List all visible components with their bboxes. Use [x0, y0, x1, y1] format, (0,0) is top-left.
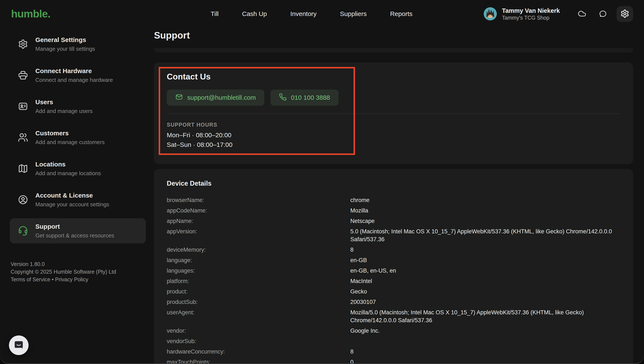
device-detail-value: 8 — [350, 348, 620, 356]
support-hours-label: SUPPORT HOURS — [167, 122, 218, 128]
settings-button[interactable] — [616, 6, 633, 22]
device-detail-label: product: — [167, 288, 350, 296]
device-detail-label: platform: — [167, 277, 350, 285]
device-detail-value: 5.0 (Macintosh; Intel Mac OS X 10_15_7) … — [350, 228, 620, 243]
support-hours-line: Sat–Sun · 08:00–17:00 — [167, 140, 232, 149]
sidebar-item-connect-hardware[interactable]: Connect Hardware Connect and manage hard… — [10, 63, 146, 88]
map-icon — [18, 163, 28, 174]
sidebar-item-account-license[interactable]: Account & License Manage your account se… — [10, 187, 146, 212]
contact-buttons: support@humbletill.com 010 100 3888 — [167, 90, 338, 106]
version-block: Version 1.80.0 Copyright © 2025 Humble S… — [11, 260, 116, 283]
sidebar-item-general-settings[interactable]: General Settings Manage your till settin… — [10, 32, 146, 57]
device-detail-label: browserName: — [167, 196, 350, 204]
app-window: humble. Till Cash Up Inventory Suppliers… — [0, 0, 644, 364]
device-detail-label: languages: — [167, 267, 350, 275]
device-detail-row: appCodeName: Mozilla — [167, 205, 620, 216]
sidebar-item-customers[interactable]: Customers Add and manage customers — [10, 125, 146, 150]
email-support-button[interactable]: support@humbletill.com — [167, 90, 264, 106]
sidebar-item-subtitle: Add and manage users — [35, 108, 93, 114]
nav-item-label: Cash Up — [242, 10, 267, 17]
chat-icon — [599, 9, 607, 19]
device-detail-label: productSub: — [167, 298, 350, 306]
device-details-heading: Device Details — [167, 179, 620, 188]
device-detail-value: Netscape — [350, 217, 620, 225]
user-name: Tammy Van Niekerk — [502, 7, 560, 15]
device-detail-label: language: — [167, 256, 350, 264]
device-detail-label: appVersion: — [167, 228, 350, 243]
contact-divider — [167, 113, 620, 114]
settings-sidebar: General Settings Manage your till settin… — [0, 28, 149, 364]
scrolled-card-edge — [154, 48, 633, 53]
nav-item-label: Inventory — [290, 10, 316, 17]
avatar[interactable] — [484, 7, 497, 21]
cloud-sync-button[interactable] — [578, 9, 586, 19]
device-detail-value: chrome — [350, 196, 620, 204]
device-detail-value: Google Inc. — [350, 327, 620, 335]
sidebar-item-title: Locations — [35, 160, 101, 168]
app-version: Version 1.80.0 — [11, 260, 116, 268]
sidebar-item-subtitle: Add and manage customers — [35, 139, 104, 146]
device-detail-row: appVersion: 5.0 (Macintosh; Intel Mac OS… — [167, 226, 620, 245]
device-details-rows: browserName: chrome appCodeName: Mozilla… — [167, 195, 620, 364]
device-detail-row: platform: MacIntel — [167, 276, 620, 286]
device-detail-row: appName: Netscape — [167, 216, 620, 226]
sidebar-item-title: Connect Hardware — [35, 67, 113, 75]
legal-links[interactable]: Terms of Service • Privacy Policy — [11, 275, 116, 283]
device-detail-row: language: en-GB — [167, 255, 620, 265]
sidebar-item-title: General Settings — [35, 36, 95, 44]
device-detail-row: userAgent: Mozilla/5.0 (Macintosh; Intel… — [167, 307, 620, 326]
device-detail-row: product: Gecko — [167, 286, 620, 297]
nav-item-till[interactable]: Till — [210, 10, 218, 18]
sidebar-item-subtitle: Manage your account settings — [35, 201, 109, 208]
contact-us-heading: Contact Us — [167, 72, 210, 82]
contact-us-card: Contact Us support@humbletill.com 010 10… — [154, 63, 633, 164]
device-detail-row: browserName: chrome — [167, 195, 620, 205]
device-detail-label: vendorSub: — [167, 337, 350, 345]
nav-item-suppliers[interactable]: Suppliers — [340, 10, 367, 18]
device-detail-value: Gecko — [350, 288, 620, 296]
sidebar-item-users[interactable]: Users Add and manage users — [10, 94, 146, 119]
phone-support-button[interactable]: 010 100 3888 — [270, 90, 338, 106]
support-hours-line: Mon–Fri · 08:00–20:00 — [167, 130, 232, 140]
device-detail-label: hardwareConcurrency: — [167, 348, 350, 356]
top-nav: Till Cash Up Inventory Suppliers Reports — [210, 0, 412, 28]
device-detail-label: maxTouchPoints: — [167, 358, 350, 364]
sidebar-item-subtitle: Add and manage locations — [35, 170, 101, 177]
device-details-card: Device Details browserName: chrome appCo… — [154, 169, 633, 364]
support-hours-list: Mon–Fri · 08:00–20:00 Sat–Sun · 08:00–17… — [167, 130, 232, 149]
email-support-label: support@humbletill.com — [187, 94, 256, 101]
user-circle-icon — [18, 195, 28, 205]
nav-item-label: Reports — [390, 10, 412, 17]
device-detail-label: appName: — [167, 217, 350, 225]
phone-support-label: 010 100 3888 — [291, 94, 330, 101]
nav-item-cash-up[interactable]: Cash Up — [242, 10, 267, 18]
device-detail-value: en-GB, en-US, en — [350, 267, 620, 275]
user-cluster: Tammy Van Niekerk Tammy's TCG Shop — [484, 6, 633, 22]
device-detail-value: 0 — [350, 358, 620, 364]
user-org: Tammy's TCG Shop — [502, 15, 560, 21]
copyright: Copyright © 2025 Humble Software (Pty) L… — [11, 268, 116, 275]
sidebar-item-support[interactable]: Support Get support & access resources — [10, 218, 146, 243]
device-detail-value — [350, 337, 620, 345]
device-detail-value: MacIntel — [350, 277, 620, 285]
device-detail-label: userAgent: — [167, 309, 350, 324]
nav-item-label: Suppliers — [340, 10, 367, 17]
people-icon — [18, 132, 28, 143]
nav-item-reports[interactable]: Reports — [390, 10, 412, 18]
sidebar-item-title: Users — [35, 98, 93, 106]
device-detail-label: deviceMemory: — [167, 246, 350, 254]
sidebar-item-title: Support — [35, 223, 114, 230]
chat-widget-button[interactable] — [9, 335, 28, 355]
user-meta: Tammy Van Niekerk Tammy's TCG Shop — [502, 7, 560, 21]
gear-icon — [620, 9, 629, 19]
device-detail-value: Mozilla/5.0 (Macintosh; Intel Mac OS X 1… — [350, 309, 620, 324]
device-detail-label: vendor: — [167, 327, 350, 335]
id-card-icon — [18, 101, 28, 112]
messages-button[interactable] — [599, 9, 607, 19]
nav-item-inventory[interactable]: Inventory — [290, 10, 316, 18]
chat-smile-icon — [14, 340, 24, 351]
sidebar-item-locations[interactable]: Locations Add and manage locations — [10, 156, 146, 181]
device-detail-value: en-GB — [350, 256, 620, 264]
sidebar-item-subtitle: Manage your till settings — [35, 45, 95, 52]
brand-logo[interactable]: humble. — [11, 8, 50, 20]
